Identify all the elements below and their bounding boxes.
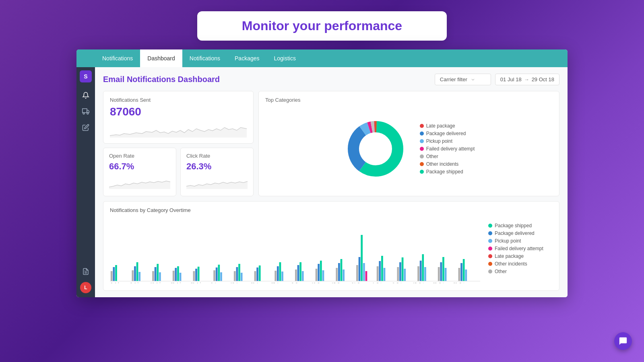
svg-rect-57	[356, 265, 358, 281]
banner-title: Monitor your performance	[213, 19, 431, 33]
svg-rect-32	[218, 265, 220, 281]
svg-text:2. Jul: 2. Jul	[111, 282, 119, 283]
svg-text:23. Jul: 23. Jul	[171, 282, 181, 283]
svg-text:1. Oct: 1. Oct	[372, 282, 382, 283]
sidebar-logo: S	[80, 70, 92, 82]
svg-rect-56	[343, 269, 345, 281]
svg-rect-70	[417, 266, 419, 281]
svg-rect-43	[279, 262, 281, 281]
svg-rect-67	[399, 262, 401, 281]
open-rate-card: Open Rate 66.7%	[103, 148, 176, 196]
legend-pickup-point: Pickup point	[420, 138, 475, 144]
svg-rect-62	[377, 266, 379, 281]
chart-title: Notifications by Category Overtime	[110, 207, 553, 213]
app-body: S L Email Notifications Dashboard	[76, 67, 568, 297]
app-window: Notifications Dashboard Notifications Pa…	[76, 49, 568, 297]
svg-rect-35	[236, 267, 238, 281]
stats-section: Notifications Sent 87060 Open Rate	[103, 91, 254, 196]
svg-rect-18	[138, 272, 140, 281]
carrier-filter-dropdown[interactable]: Carrier filter	[435, 74, 491, 85]
tab-notifications-2[interactable]: Notifications	[182, 49, 227, 67]
svg-rect-20	[155, 267, 157, 281]
chat-button[interactable]	[614, 332, 632, 350]
svg-text:8. Oct: 8. Oct	[392, 282, 402, 283]
tab-dashboard[interactable]: Dashboard	[140, 49, 182, 67]
svg-rect-22	[159, 272, 161, 281]
tab-notifications-1[interactable]: Notifications	[95, 49, 140, 67]
top-categories-label: Top Categories	[265, 97, 553, 103]
svg-rect-40	[259, 265, 261, 281]
svg-rect-60	[363, 263, 365, 281]
svg-rect-71	[420, 261, 422, 281]
donut-chart	[343, 117, 408, 181]
chart-legend-other: Other	[488, 269, 553, 274]
svg-rect-78	[458, 268, 460, 281]
svg-rect-24	[175, 268, 177, 281]
svg-rect-0	[83, 109, 87, 113]
svg-rect-14	[115, 265, 117, 281]
open-rate-sparkline	[109, 175, 170, 191]
svg-text:20. Aug: 20. Aug	[251, 282, 262, 283]
svg-rect-72	[422, 254, 424, 281]
svg-rect-45	[295, 269, 297, 281]
svg-rect-19	[152, 271, 154, 281]
svg-rect-13	[113, 267, 115, 281]
nav-bar: Notifications Dashboard Notifications Pa…	[76, 49, 568, 67]
chart-legend-failed: Failed delivery attempt	[488, 246, 553, 251]
svg-rect-65	[384, 268, 386, 281]
svg-rect-53	[336, 268, 338, 281]
chart-area: 2. Jul 9. Jul 16. Jul 23. Jul 30. Jul 6.…	[110, 219, 553, 285]
legend-failed-delivery: Failed delivery attempt	[420, 146, 475, 152]
svg-text:22. Oct: 22. Oct	[433, 282, 444, 283]
svg-text:9. Jul: 9. Jul	[130, 282, 138, 283]
svg-rect-64	[381, 256, 383, 281]
svg-text:10. Sep: 10. Sep	[312, 282, 323, 283]
svg-rect-51	[320, 261, 322, 281]
svg-rect-29	[198, 267, 200, 281]
svg-rect-12	[111, 271, 113, 281]
svg-rect-73	[424, 267, 426, 281]
svg-rect-75	[440, 262, 442, 281]
tab-packages[interactable]: Packages	[227, 49, 266, 67]
svg-text:16. Jul: 16. Jul	[150, 282, 160, 283]
chart-legend-incidents: Other incidents	[488, 261, 553, 267]
categories-content: Late package Package delivered Pickup po…	[265, 107, 553, 190]
chart-legend-late: Late package	[488, 253, 553, 259]
svg-rect-54	[338, 263, 340, 281]
notifications-sent-value: 87060	[110, 105, 247, 118]
svg-text:29. Oct: 29. Oct	[453, 282, 464, 283]
donut-svg	[343, 117, 408, 181]
svg-rect-76	[442, 257, 444, 281]
avatar[interactable]: L	[80, 282, 91, 293]
svg-text:24. Sep: 24. Sep	[352, 282, 363, 283]
click-rate-card: Click Rate 26.3%	[180, 148, 254, 196]
legend-late-package: Late package	[420, 123, 475, 129]
svg-rect-30	[213, 270, 215, 281]
svg-rect-74	[438, 267, 440, 281]
chart-section: Notifications by Category Overtime	[103, 201, 559, 291]
date-arrow: →	[524, 76, 529, 82]
sidebar-item-notifications[interactable]	[78, 88, 93, 103]
legend-package-shipped: Package shipped	[420, 169, 475, 175]
svg-rect-16	[134, 266, 136, 281]
notifications-sent-label: Notifications Sent	[110, 97, 247, 103]
svg-rect-80	[463, 259, 465, 281]
svg-rect-69	[404, 269, 406, 281]
date-range: 01 Jul 18 → 29 Oct 18	[495, 74, 559, 85]
sidebar-item-reports[interactable]	[78, 264, 93, 279]
sidebar-item-edit[interactable]	[78, 120, 93, 135]
sidebar-item-logistics[interactable]	[78, 104, 93, 119]
tab-logistics[interactable]: Logistics	[267, 49, 303, 67]
svg-rect-37	[241, 273, 243, 281]
notifications-sparkline	[110, 121, 247, 138]
svg-rect-49	[316, 269, 318, 281]
svg-text:15. Oct: 15. Oct	[413, 282, 424, 283]
nav-tabs: Notifications Dashboard Notifications Pa…	[95, 49, 303, 67]
svg-text:27. Aug: 27. Aug	[271, 282, 283, 283]
chart-legend: Package shipped Package delivered Pickup…	[488, 219, 553, 285]
sidebar: S L	[76, 67, 95, 297]
main-content: Email Notifications Dashboard Carrier fi…	[95, 67, 568, 297]
svg-rect-28	[195, 269, 197, 281]
top-banner: Monitor your performance	[197, 11, 447, 41]
svg-text:3. Sep: 3. Sep	[292, 282, 302, 283]
